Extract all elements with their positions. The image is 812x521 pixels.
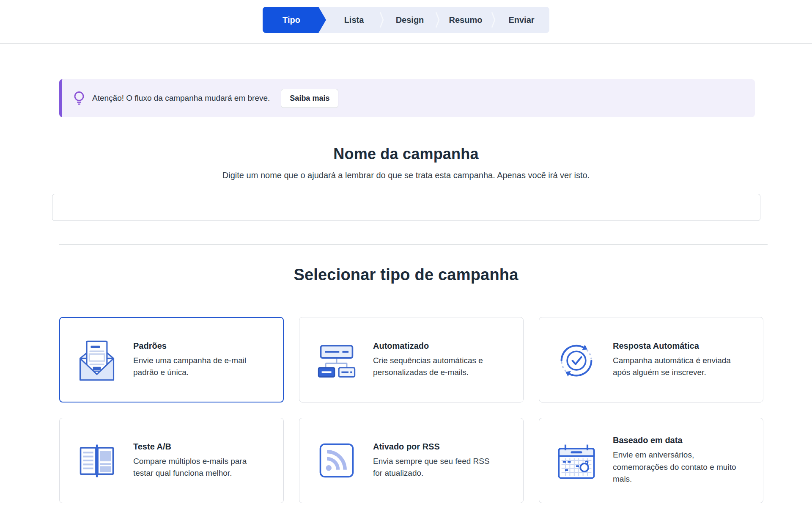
card-title: Baseado em data (613, 436, 740, 445)
card-description: Envie uma campanha de e-mail padrão e ún… (133, 355, 260, 379)
card-text: Ativado por RSS Envia sempre que seu fee… (373, 442, 500, 480)
split-pages-icon (75, 438, 119, 482)
campaign-type-card-teste-ab[interactable]: Teste A/B Compare múltiplos e-mails para… (59, 418, 284, 503)
section-divider (59, 244, 768, 245)
card-description: Campanha automática é enviada após algué… (613, 355, 740, 379)
learn-more-button[interactable]: Saiba mais (281, 89, 338, 108)
campaign-name-input[interactable] (52, 194, 760, 221)
card-title: Automatizado (373, 341, 500, 351)
campaign-name-subtitle: Digite um nome que o ajudará a lembrar d… (0, 171, 812, 180)
campaign-type-card-rss[interactable]: Ativado por RSS Envia sempre que seu fee… (299, 418, 524, 503)
notice-text: Atenção! O fluxo da campanha mudará em b… (92, 94, 270, 103)
campaign-type-title: Selecionar tipo de campanha (0, 266, 812, 284)
card-title: Teste A/B (133, 442, 260, 452)
campaign-type-card-automatizado[interactable]: Automatizado Crie sequências automáticas… (299, 317, 524, 402)
card-title: Padrões (133, 341, 260, 351)
lightbulb-icon (73, 91, 85, 106)
card-description: Crie sequências automáticas e personaliz… (373, 355, 500, 379)
sync-check-icon (554, 338, 598, 382)
tab-lista[interactable]: Lista (326, 7, 382, 33)
calendar-icon (554, 438, 598, 482)
notice-banner: Atenção! O fluxo da campanha mudará em b… (59, 79, 755, 117)
tab-label: Design (396, 15, 424, 25)
tab-label: Resumo (449, 15, 483, 25)
tab-tipo[interactable]: Tipo (263, 7, 326, 33)
wizard-header: Tipo Lista Design Resumo Enviar (0, 0, 812, 44)
campaign-wizard-page: { "stepper": { "tabs": [ { "label": "Tip… (0, 0, 812, 521)
card-text: Resposta Automática Campanha automática … (613, 341, 740, 379)
campaign-type-grid: Padrões Envie uma campanha de e-mail pad… (59, 317, 763, 503)
card-text: Teste A/B Compare múltiplos e-mails para… (133, 442, 260, 480)
card-description: Compare múltiplos e-mails para testar qu… (133, 455, 260, 480)
tab-design[interactable]: Design (382, 7, 438, 33)
workflow-icon (315, 338, 359, 382)
campaign-type-card-resposta-automatica[interactable]: Resposta Automática Campanha automática … (539, 317, 763, 402)
open-envelope-icon (75, 338, 119, 382)
card-text: Padrões Envie uma campanha de e-mail pad… (133, 341, 260, 379)
card-description: Envie em aniversários, comemorações do c… (613, 449, 740, 485)
card-title: Resposta Automática (613, 341, 740, 351)
card-text: Automatizado Crie sequências automáticas… (373, 341, 500, 379)
rss-icon (315, 438, 359, 482)
campaign-type-card-baseado-em-data[interactable]: Baseado em data Envie em aniversários, c… (539, 418, 763, 503)
wizard-stepper: Tipo Lista Design Resumo Enviar (263, 7, 549, 33)
tab-enviar[interactable]: Enviar (494, 7, 549, 33)
campaign-name-title: Nome da campanha (0, 145, 812, 163)
tab-resumo[interactable]: Resumo (438, 7, 494, 33)
campaign-type-card-padroes[interactable]: Padrões Envie uma campanha de e-mail pad… (59, 317, 284, 402)
card-text: Baseado em data Envie em aniversários, c… (613, 436, 740, 485)
card-description: Envia sempre que seu feed RSS for atuali… (373, 455, 500, 480)
card-title: Ativado por RSS (373, 442, 500, 452)
tab-label: Enviar (508, 15, 534, 25)
